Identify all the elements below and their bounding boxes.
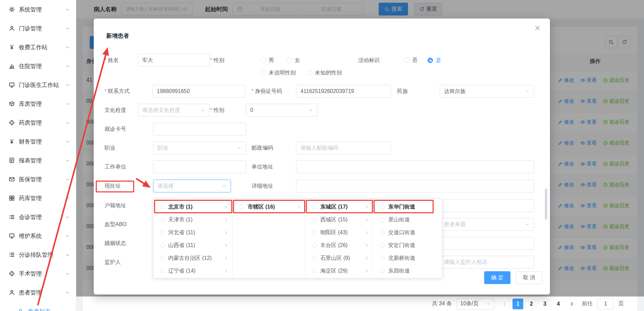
radio-icon[interactable]: [160, 243, 165, 248]
page-size-select[interactable]: 10条/页: [457, 298, 494, 310]
sidebar-item[interactable]: 库房管理: [0, 94, 76, 113]
sidebar-subitem-patient-list[interactable]: 患者列表: [0, 302, 76, 311]
cascader-option[interactable]: 山西省 (11): [153, 239, 232, 252]
cascader-option[interactable]: 市辖区 (16): [233, 200, 305, 213]
radio-icon[interactable]: [380, 256, 385, 260]
page-button[interactable]: 4: [553, 299, 564, 309]
cascader-option[interactable]: 景山街道: [373, 213, 442, 226]
cascader-option[interactable]: 交道口街道: [373, 226, 442, 239]
detail-address-input[interactable]: [296, 180, 534, 192]
radio-icon[interactable]: [380, 269, 385, 273]
cascader-option[interactable]: 北京市 (1): [153, 200, 232, 213]
chevron-down-icon: [309, 108, 313, 113]
gender-radio-female[interactable]: 女: [287, 57, 300, 64]
contact-input[interactable]: 19880991650: [152, 85, 245, 98]
cascader-option[interactable]: 石景山区 (9): [305, 252, 373, 265]
cascader-option[interactable]: 朝阳区 (43): [305, 226, 373, 239]
cascader-option[interactable]: 东华门街道: [373, 200, 442, 213]
chevron-down-icon: [65, 253, 70, 257]
radio-icon[interactable]: [312, 217, 317, 222]
education-select[interactable]: 请选择文化程度: [138, 104, 210, 117]
radio-icon[interactable]: [380, 230, 385, 235]
sidebar-item[interactable]: 会诊管理: [0, 208, 76, 226]
chevron-up-icon: [222, 184, 227, 188]
chevron-down-icon: [486, 302, 491, 306]
radio-icon[interactable]: [380, 205, 385, 209]
modal-scrollbar[interactable]: [545, 189, 547, 220]
cascader-option[interactable]: 丰台区 (26): [305, 239, 373, 252]
cascader-option[interactable]: 北新桥街道: [373, 252, 442, 265]
sidebar-item[interactable]: 分诊排队管理: [0, 245, 76, 264]
active-flag-radio-no[interactable]: 否: [404, 57, 417, 64]
ethnicity-select[interactable]: 达斡尔族: [440, 85, 534, 98]
cascader-option[interactable]: 海淀区 (29): [305, 265, 373, 277]
sidebar-item[interactable]: 药房管理: [0, 113, 76, 132]
cascader-option[interactable]: 西城区 (15): [305, 213, 373, 226]
cascader-option[interactable]: 辽宁省 (14): [153, 265, 232, 277]
active-flag-label: 活动标识: [358, 57, 380, 64]
unit-address-input[interactable]: [296, 160, 534, 173]
gender-radio-male[interactable]: 男: [261, 57, 274, 64]
gender-radio-unstated[interactable]: 未说明性别: [261, 69, 296, 76]
page-button[interactable]: 2: [526, 299, 537, 309]
radio-icon[interactable]: [160, 217, 165, 222]
sidebar-item[interactable]: 住院管理: [0, 57, 76, 75]
cascader-option[interactable]: 东城区 (17): [305, 200, 373, 213]
name-input[interactable]: 牢大: [138, 54, 210, 67]
sidebar-item[interactable]: 医保管理: [0, 170, 76, 189]
sidebar-item[interactable]: 药库管理: [0, 189, 76, 208]
radio-icon[interactable]: [380, 217, 385, 222]
active-flag-radio-yes[interactable]: 是: [428, 57, 441, 64]
confirm-button[interactable]: 确 定: [484, 271, 510, 284]
cascader-option[interactable]: 东四街道: [373, 265, 442, 277]
radio-icon[interactable]: [380, 243, 385, 248]
radio-icon[interactable]: [312, 230, 317, 235]
cancel-button[interactable]: 取 消: [516, 271, 542, 284]
page-button[interactable]: 1: [513, 299, 523, 309]
sidebar-item[interactable]: 维护系统: [0, 226, 76, 245]
chevron-right-icon: [224, 269, 228, 273]
prev-page-button[interactable]: [499, 299, 510, 309]
household-address-input[interactable]: [440, 199, 534, 212]
radio-icon[interactable]: [312, 205, 317, 209]
radio-icon[interactable]: [312, 256, 317, 260]
radio-icon[interactable]: [160, 230, 165, 235]
radio-icon[interactable]: [312, 269, 317, 273]
sidebar-item[interactable]: 报表管理: [0, 151, 76, 170]
occupation-select[interactable]: 职业: [153, 142, 246, 154]
next-page-button[interactable]: [566, 299, 577, 309]
cascader-option[interactable]: 河北省 (11): [153, 226, 232, 239]
id-number-input[interactable]: 411625192602039719: [296, 85, 391, 98]
radio-icon[interactable]: [160, 256, 165, 260]
cascader-option[interactable]: 内蒙古自治区 (12): [153, 252, 232, 265]
goto-page-input[interactable]: 1: [597, 298, 614, 310]
sidebar-item[interactable]: 收费工作站: [0, 38, 76, 57]
chevron-up-icon: [65, 290, 70, 295]
doc-icon: [9, 157, 15, 163]
radio-icon[interactable]: [239, 205, 244, 209]
sidebar-item[interactable]: 门诊管理: [0, 19, 76, 38]
current-address-select[interactable]: 请选择: [153, 180, 231, 192]
close-icon[interactable]: [534, 25, 541, 31]
gender-code-select[interactable]: 0: [246, 104, 318, 117]
radio-icon[interactable]: [312, 243, 317, 248]
patient-source-select[interactable]: 患者来源: [440, 218, 534, 231]
guardian-phone-input[interactable]: 请输入监护人电话: [440, 256, 534, 269]
radio-icon[interactable]: [160, 205, 165, 209]
sidebar-item[interactable]: 财务管理: [0, 132, 76, 151]
work-unit-input[interactable]: [153, 160, 246, 173]
page-button[interactable]: 3: [539, 299, 550, 309]
card-no-label: 就诊卡号: [105, 125, 126, 133]
card-no-input[interactable]: [153, 123, 246, 135]
sidebar-item-label: 会诊管理: [19, 213, 61, 221]
cascader-option[interactable]: 安定门街道: [373, 239, 442, 252]
marital-status-input[interactable]: [440, 237, 534, 250]
gender-radio-unknown[interactable]: 未知的性别: [307, 69, 342, 76]
cascader-option[interactable]: 天津市 (1): [153, 213, 232, 226]
postal-code-input[interactable]: 请输入邮政编码: [296, 142, 391, 154]
sidebar-item[interactable]: 患者管理: [0, 283, 76, 302]
sidebar-item[interactable]: 系统管理: [0, 0, 76, 19]
radio-icon[interactable]: [160, 269, 165, 273]
sidebar-item[interactable]: 门诊医生工作站: [0, 75, 76, 94]
sidebar-item[interactable]: 手术管理: [0, 264, 76, 283]
